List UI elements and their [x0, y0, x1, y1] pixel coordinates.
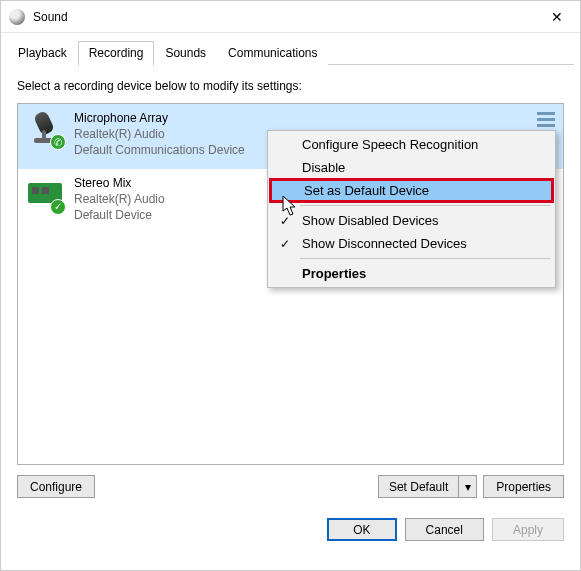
instructions-text: Select a recording device below to modif… — [17, 79, 564, 93]
device-text: Microphone Array Realtek(R) Audio Defaul… — [74, 110, 245, 159]
soundboard-icon: ✓ — [26, 175, 64, 213]
device-name: Microphone Array — [74, 110, 245, 126]
ctx-disable[interactable]: Disable — [270, 156, 553, 179]
default-comm-badge-icon: ✆ — [50, 134, 66, 150]
ctx-configure-speech[interactable]: Configure Speech Recognition — [270, 133, 553, 156]
device-driver: Realtek(R) Audio — [74, 191, 165, 207]
close-button[interactable]: ✕ — [534, 1, 580, 33]
check-icon: ✓ — [280, 237, 290, 251]
tab-recording[interactable]: Recording — [78, 41, 155, 66]
device-status: Default Device — [74, 207, 165, 223]
sound-app-icon — [9, 9, 25, 25]
set-default-split-button[interactable]: Set Default ▾ — [378, 475, 477, 498]
device-text: Stereo Mix Realtek(R) Audio Default Devi… — [74, 175, 165, 224]
ctx-label: Show Disabled Devices — [302, 213, 439, 228]
tab-strip: Playback Recording Sounds Communications — [1, 33, 580, 65]
ctx-separator — [300, 258, 551, 259]
tab-sounds[interactable]: Sounds — [154, 41, 217, 65]
apply-button: Apply — [492, 518, 564, 541]
titlebar: Sound ✕ — [1, 1, 580, 33]
device-driver: Realtek(R) Audio — [74, 126, 245, 142]
tab-communications[interactable]: Communications — [217, 41, 328, 65]
level-meter-icon — [537, 112, 555, 127]
properties-button[interactable]: Properties — [483, 475, 564, 498]
device-context-menu: Configure Speech Recognition Disable Set… — [267, 130, 556, 288]
default-badge-icon: ✓ — [50, 199, 66, 215]
ctx-set-default-device[interactable]: Set as Default Device — [269, 178, 554, 203]
window-title: Sound — [33, 10, 68, 24]
cancel-button[interactable]: Cancel — [405, 518, 484, 541]
device-name: Stereo Mix — [74, 175, 165, 191]
configure-button[interactable]: Configure — [17, 475, 95, 498]
ctx-separator — [300, 205, 551, 206]
ctx-show-disconnected[interactable]: ✓ Show Disconnected Devices — [270, 232, 553, 255]
device-status: Default Communications Device — [74, 142, 245, 158]
dialog-footer: OK Cancel Apply — [1, 508, 580, 553]
ok-button[interactable]: OK — [327, 518, 396, 541]
ctx-label: Show Disconnected Devices — [302, 236, 467, 251]
chevron-down-icon[interactable]: ▾ — [458, 476, 476, 497]
microphone-icon: ✆ — [26, 110, 64, 148]
ctx-show-disabled[interactable]: ✓ Show Disabled Devices — [270, 209, 553, 232]
set-default-label: Set Default — [379, 476, 458, 497]
lower-button-row: Configure Set Default ▾ Properties — [17, 475, 564, 498]
tab-playback[interactable]: Playback — [7, 41, 78, 65]
check-icon: ✓ — [280, 214, 290, 228]
ctx-properties[interactable]: Properties — [270, 262, 553, 285]
close-icon: ✕ — [551, 9, 563, 25]
